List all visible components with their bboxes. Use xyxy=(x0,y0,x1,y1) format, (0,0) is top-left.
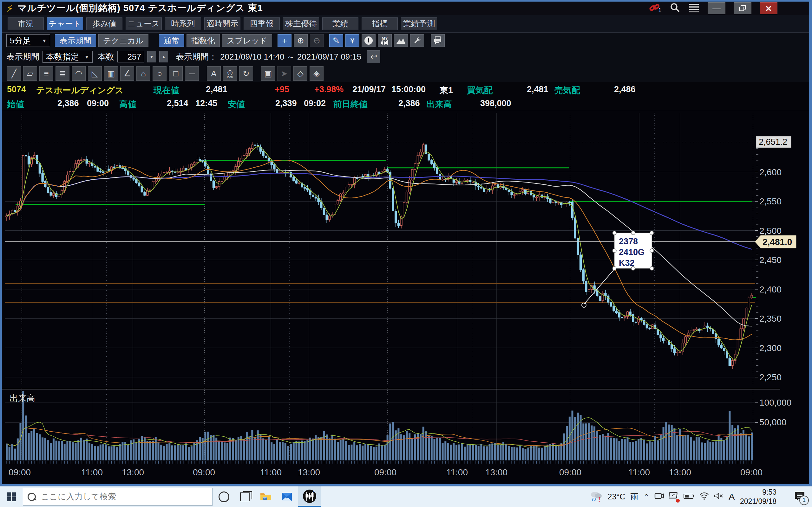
high-time: 12:45 xyxy=(195,99,217,108)
annotation-handle[interactable] xyxy=(631,231,635,235)
my-chart-button[interactable]: MY xyxy=(378,34,392,47)
tab-earnings[interactable]: 業績 xyxy=(322,17,358,30)
tab-disclosure[interactable]: 適時開示 xyxy=(204,17,241,30)
high-price-label: 2,651.2 xyxy=(759,137,787,147)
count-up-button[interactable]: ▲ xyxy=(159,51,168,62)
draw-tool-fibonacci-arc[interactable]: ◠ xyxy=(72,66,86,81)
technical-button[interactable]: テクニカル xyxy=(98,34,148,47)
annotation-handle[interactable] xyxy=(650,231,654,235)
timeframe-select[interactable]: 5分足▼ xyxy=(6,34,50,47)
draw-tool-ellipse[interactable]: ○ xyxy=(153,66,166,81)
volume-bar xyxy=(33,429,35,460)
display-period-button[interactable]: 表示期間 xyxy=(55,34,96,47)
wifi-icon[interactable] xyxy=(699,492,709,502)
period-mode-select[interactable]: 本数指定▼ xyxy=(43,51,93,63)
search-icon[interactable] xyxy=(670,2,680,14)
annotation-handle[interactable] xyxy=(612,267,616,270)
volume-bar xyxy=(69,441,71,460)
tab-market[interactable]: 市況 xyxy=(8,17,44,30)
tab-earnings-forecast[interactable]: 業績予測 xyxy=(401,17,437,30)
bar-count-input[interactable]: 257 xyxy=(117,51,144,62)
draw-tool-horizontal-lines-3[interactable]: ≡ xyxy=(39,66,53,81)
weather-desc[interactable]: 雨 xyxy=(630,492,638,502)
candle-body xyxy=(629,312,631,315)
tab-chart[interactable]: チャート xyxy=(47,17,83,30)
indexed-button[interactable]: 指数化 xyxy=(187,34,220,47)
tab-time-series[interactable]: 時系列 xyxy=(165,17,201,30)
tab-shikiho[interactable]: 四季報 xyxy=(244,17,280,30)
draw-tool-angle-lines[interactable]: ∠ xyxy=(120,66,134,81)
link-group-icon[interactable]: 1 xyxy=(649,3,661,14)
draw-tool-copy[interactable]: ▣ xyxy=(261,66,275,81)
minimize-button[interactable]: — xyxy=(708,2,725,14)
volume-bar xyxy=(210,435,212,460)
candle-body xyxy=(646,325,648,328)
annotation-handle[interactable] xyxy=(612,249,616,252)
annotation-text: K32 xyxy=(619,258,635,268)
candlestick-chart[interactable]: 23782410GK322,6002,5502,5002,4502,4002,3… xyxy=(0,110,812,486)
ime-indicator[interactable]: A xyxy=(728,492,735,502)
zoom-in-button[interactable]: ⊕ xyxy=(294,34,308,47)
draw-tool-ruler[interactable]: ▱ xyxy=(23,66,37,81)
weather-temp[interactable]: 23°C xyxy=(608,492,625,501)
yen-scale-button[interactable]: ¥ xyxy=(345,34,359,47)
volume-bar xyxy=(265,440,267,460)
reload-button[interactable]: ↩ xyxy=(367,50,380,63)
draw-tool-time-cycle[interactable]: ↻ xyxy=(239,66,253,81)
restore-button[interactable] xyxy=(734,2,751,14)
draw-tool-rectangle[interactable]: □ xyxy=(169,66,183,81)
mail-button[interactable] xyxy=(277,487,296,507)
zoom-out-button[interactable]: ⊖ xyxy=(310,34,324,47)
draw-tool-pentagon[interactable]: ⌂ xyxy=(136,66,150,81)
draw-tool-vertical-grid[interactable]: ▥ xyxy=(104,66,118,81)
taskbar-clock[interactable]: 9:53 2021/09/18 xyxy=(740,488,776,506)
task-view-button[interactable] xyxy=(235,487,254,507)
annotation-handle[interactable] xyxy=(612,231,616,235)
draw-tool-icon-stamp[interactable]: ☺icon xyxy=(223,66,237,81)
camera-icon[interactable] xyxy=(654,492,664,502)
draw-tool-eraser-all[interactable]: ◈ xyxy=(310,66,323,81)
tab-shareholder-benefit[interactable]: 株主優待 xyxy=(283,17,319,30)
volume-bar xyxy=(171,445,173,460)
menu-icon[interactable] xyxy=(689,3,699,14)
notification-center-button[interactable]: 1 xyxy=(794,491,805,503)
count-down-button[interactable]: ▼ xyxy=(147,51,156,62)
volume-muted-icon[interactable] xyxy=(714,492,723,502)
draw-tool-hand-select[interactable]: ➤ xyxy=(277,66,291,81)
file-explorer-button[interactable] xyxy=(256,487,275,507)
tray-expand-chevron[interactable]: ⌃ xyxy=(643,493,649,501)
draw-tool-text[interactable]: A xyxy=(207,66,221,81)
start-button[interactable] xyxy=(0,487,23,507)
draw-tool-horizontal-segment[interactable]: ─ xyxy=(185,66,199,81)
print-button[interactable] xyxy=(431,34,445,47)
annotation-handle[interactable] xyxy=(631,267,635,270)
battery-icon[interactable] xyxy=(683,492,694,501)
candle-body xyxy=(723,348,725,351)
draw-tool-fan-lines[interactable]: ◺ xyxy=(88,66,102,81)
volume-bar xyxy=(684,435,687,460)
taskbar-search[interactable] xyxy=(23,488,212,506)
tab-tick[interactable]: 歩み値 xyxy=(86,17,122,30)
search-input[interactable] xyxy=(40,492,194,502)
annotation-handle[interactable] xyxy=(650,267,654,270)
tab-indicators[interactable]: 指標 xyxy=(362,17,398,30)
close-button[interactable]: × xyxy=(760,2,777,14)
spread-button[interactable]: スプレッド xyxy=(222,34,272,47)
tab-news[interactable]: ニュース xyxy=(125,17,162,30)
area-chart-button[interactable] xyxy=(394,34,408,47)
normal-button[interactable]: 通常 xyxy=(159,34,184,47)
annotation-handle[interactable] xyxy=(650,249,654,252)
draw-tool-horizontal-lines-4[interactable]: ≣ xyxy=(55,66,69,81)
crosshair-button[interactable]: ＋ xyxy=(277,34,292,47)
draw-pencil-button[interactable]: ✎ xyxy=(329,34,343,47)
weather-icon[interactable]: ! xyxy=(589,490,603,504)
candle-body xyxy=(480,187,482,188)
settings-wrench-button[interactable] xyxy=(410,34,424,47)
cortana-button[interactable] xyxy=(214,487,234,507)
volume-bar xyxy=(55,441,57,460)
sync-status-icon[interactable] xyxy=(669,492,678,502)
draw-tool-trend-line[interactable]: ╱ xyxy=(7,66,21,81)
trading-app-button[interactable]: R xyxy=(298,487,321,507)
info-button[interactable]: i xyxy=(362,34,375,47)
draw-tool-eraser[interactable]: ◇ xyxy=(293,66,307,81)
